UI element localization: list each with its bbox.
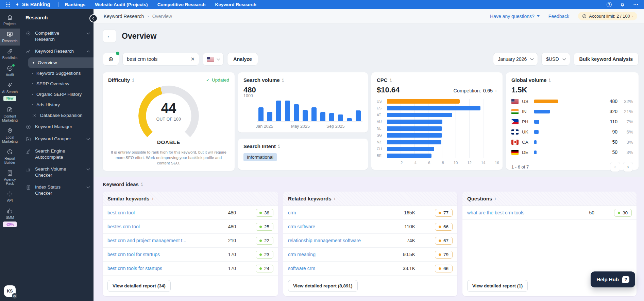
keyword-link[interactable]: bestes crm tool [107,224,205,229]
keyword-ideas-section: Keyword ideas Similar keywordsbest crm t… [94,177,644,301]
add-keyword-button[interactable] [103,53,119,66]
cpc-tick-label: 10 [444,161,458,165]
more-menu-icon[interactable]: ⋯ [633,3,639,6]
submenu-item-overview[interactable]: Overview [28,57,94,68]
analyze-button[interactable]: Analyze [227,53,258,66]
sidebar-item-smm[interactable]: SMM-20% [0,205,20,230]
chevron-down-icon [217,57,220,60]
submenu-item-serp-overview[interactable]: SERP Overview [20,78,94,89]
country-select[interactable] [203,53,224,66]
info-icon[interactable] [141,182,143,187]
info-icon[interactable] [494,196,496,201]
sidebar-item-ai-search[interactable]: AI SearchNew [0,79,20,104]
chevron-down-icon [562,57,566,60]
keyword-link[interactable]: best crm tools for startups [107,266,205,271]
info-icon[interactable] [132,78,134,83]
keyword-link[interactable]: relationship management software [288,238,385,243]
country-code: IN [522,109,531,114]
limit-gauge-icon [582,14,587,18]
collapse-panel-button[interactable] [89,14,98,22]
menu-item-index-status-checker[interactable]: Index Status Checker [20,181,94,199]
breadcrumb-section[interactable]: Keyword Research [104,14,144,19]
header-divider [103,48,639,48]
keyword-search-input[interactable] [127,56,188,62]
bulk-analysis-button[interactable]: Bulk keyword Analysis [574,53,639,66]
sidebar-item-api[interactable]: API [0,188,20,205]
sidebar-item-content-marketing[interactable]: Content Marketing [0,104,20,125]
sidebar-item-label: API [7,198,13,202]
menu-item-keyword-manager[interactable]: Keyword Manager [20,121,94,133]
keyword-volume: 480 [205,210,236,215]
sidebar-item-projects[interactable]: Projects [0,12,20,29]
menu-item-competitive-research[interactable]: Competitive Research [20,27,94,45]
keyword-link[interactable]: best crm and project management t... [107,238,205,243]
table-header: Similar keywords [103,192,278,206]
menu-item-search-volume-checker[interactable]: Search Volume Checker [20,163,94,181]
info-icon[interactable] [548,78,551,83]
have-questions-link[interactable]: Have any questions? [490,14,540,19]
apps-grid-icon[interactable] [5,2,11,7]
view-detailed-report-button[interactable]: View detailed report (34) [107,280,171,292]
info-icon[interactable] [151,196,154,201]
menu-item-keyword-grouper[interactable]: Keyword Grouper [20,133,94,145]
feedback-link[interactable]: Feedback [548,14,569,19]
keyword-link[interactable]: crm meaning [288,252,385,257]
submenu-item-organic-serp-history[interactable]: Organic SERP History [20,89,94,100]
help-icon[interactable]: ? [607,2,612,7]
country-code: PH [522,119,531,124]
next-page-button[interactable]: › [623,162,633,172]
keyword-link[interactable]: best crm tool [107,210,205,215]
volume-bar [311,107,317,122]
topnav-link-rankings[interactable]: Rankings [65,2,86,7]
difficulty-title: Difficulty [108,77,130,83]
keyword-link[interactable]: crm software [288,224,385,229]
difficulty-description: It is entirely possible to rank high for… [109,149,228,166]
submenu-item-database-expansion[interactable]: Database Expansion [20,110,94,121]
keyword-link[interactable]: best crm tool for startups [107,252,205,257]
info-icon[interactable] [334,196,336,201]
country-volume-value: 90 [603,129,617,135]
prev-page-button[interactable]: ‹ [610,162,620,172]
sidebar-item-report-builder[interactable]: Report Builder [0,146,20,167]
info-icon[interactable] [495,88,497,93]
menu-item-search-engine-autocomplete[interactable]: Search Engine Autocomplete [20,145,94,163]
topnav-link-competitive-research[interactable]: Competitive Research [157,2,206,7]
topnav-link-website-audit-projects[interactable]: Website Audit (Projects) [95,2,148,7]
sidebar-item-local-marketing[interactable]: Local Marketing [0,125,20,146]
brand-logo[interactable]: SE Ranking [15,2,50,7]
topnav-link-keyword-research[interactable]: Keyword Research [215,2,256,7]
info-icon[interactable] [390,78,392,83]
user-avatar[interactable]: KS ⚙ [4,285,16,297]
account-limit-badge[interactable]: Account limit: 2 / 100i [578,12,637,20]
green-dot [116,52,119,55]
metric-cards: Difficulty Updated 44 OUT OF 100 DOABLE … [103,72,639,171]
sidebar-item-backlinks[interactable]: Backlinks [0,46,20,63]
clear-search-icon[interactable] [190,56,195,62]
submenu-item-ads-history[interactable]: Ads History [20,100,94,110]
volume-bars [257,96,362,122]
cpc-country-label: US [377,99,387,104]
currency-select[interactable]: $USD [541,53,570,66]
keyword-link[interactable]: crm [288,210,385,215]
sidebar-item-research[interactable]: Research [0,29,20,46]
view-detailed-report-button[interactable]: View detailed report (1) [467,280,528,292]
sidebar-item-audit[interactable]: Audit [0,63,20,79]
period-select[interactable]: January 2026 [493,53,538,66]
menu-item-keyword-research[interactable]: Keyword Research [20,45,94,57]
brand-name: SE Ranking [22,2,50,7]
help-hub-button[interactable]: Help Hub [591,271,635,287]
keyword-link[interactable]: software crm [288,266,385,271]
bell-icon[interactable] [620,2,625,7]
submenu-item-label: Organic SERP History [36,92,82,97]
keyword-volume: 33.1K [385,266,415,271]
submenu-item-label: Keyword Suggestions [36,71,81,76]
info-icon[interactable] [278,144,280,149]
back-button[interactable] [103,29,116,43]
info-icon[interactable] [282,78,284,83]
table-row: best crm tools for startups17024 [103,262,278,276]
settings-gear-icon[interactable]: ⚙ [12,293,17,299]
keyword-link[interactable]: what are the best crm tools [467,210,564,215]
view-detailed-report-button[interactable]: View detailed report (8,891) [288,280,358,292]
submenu-item-keyword-suggestions[interactable]: Keyword Suggestions [20,68,94,78]
sidebar-item-agency-pack[interactable]: Agency Pack [0,167,20,188]
